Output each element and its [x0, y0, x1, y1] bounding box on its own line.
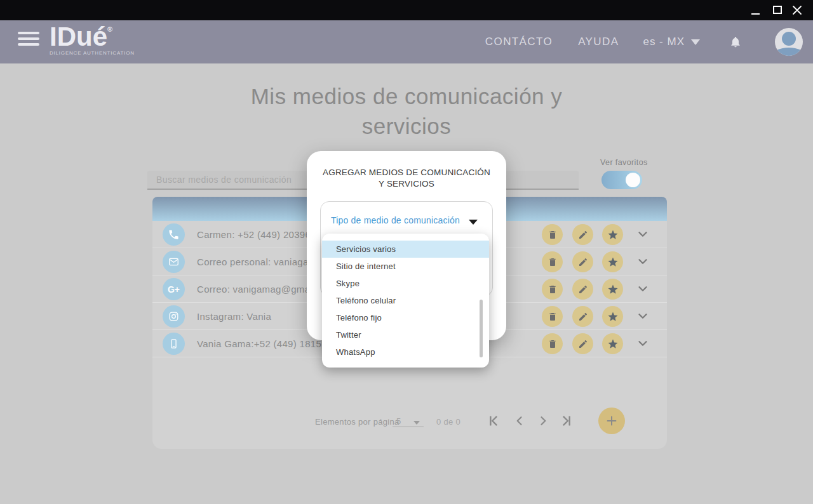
next-page-button[interactable]	[535, 414, 551, 429]
media-type-dropdown: Servicios varios Sitio de internet Skype…	[322, 234, 489, 368]
page-size-select[interactable]: 5	[393, 413, 424, 427]
dropdown-caret-icon[interactable]	[469, 220, 478, 225]
dropdown-option[interactable]: Skype	[322, 275, 489, 292]
google-plus-icon: G+	[163, 278, 185, 300]
last-page-button[interactable]	[560, 414, 575, 429]
dropdown-option[interactable]: Teléfono fijo	[322, 309, 489, 326]
edit-button[interactable]	[572, 251, 593, 272]
dropdown-option[interactable]: Twitter	[322, 326, 489, 343]
dropdown-option[interactable]: Teléfono celular	[322, 292, 489, 309]
row-label: Carmen: +52 (449) 2039641	[197, 221, 321, 248]
toggle-knob	[626, 173, 640, 187]
phone-icon	[163, 223, 185, 246]
os-titlebar	[0, 0, 813, 20]
dropdown-option[interactable]: Servicios varios	[322, 241, 489, 258]
chevron-down-icon	[691, 39, 700, 45]
media-type-field-label[interactable]: Tipo de medio de comunicación	[331, 215, 460, 225]
items-per-page-label: Elementos por página	[315, 417, 399, 427]
expand-chevron-icon[interactable]	[636, 282, 650, 296]
header-nav: CONTÁCTO AYUDA es - MX	[485, 20, 803, 63]
dropdown-option[interactable]: WhatsApp	[322, 343, 489, 361]
edit-button[interactable]	[572, 306, 593, 327]
edit-button[interactable]	[572, 333, 593, 354]
language-value: es - MX	[643, 36, 685, 48]
close-icon[interactable]	[791, 4, 803, 16]
favorite-star-button[interactable]	[602, 333, 623, 354]
hamburger-menu-icon[interactable]	[18, 32, 39, 47]
chevron-down-icon	[413, 421, 420, 425]
delete-button[interactable]	[542, 333, 563, 354]
maximize-icon[interactable]	[773, 6, 782, 14]
mobile-phone-icon	[163, 333, 185, 355]
expand-chevron-icon[interactable]	[636, 336, 650, 350]
user-avatar[interactable]	[775, 28, 803, 56]
registered-mark: ®	[107, 25, 112, 33]
app-logo[interactable]: IDué® DILIGENCE AUTHENTICATION	[50, 22, 135, 56]
page-title: Mis medios de comunicación y servicios	[0, 81, 813, 141]
instagram-icon	[163, 305, 185, 328]
page-size-value: 5	[396, 416, 401, 426]
row-label: Instagram: Vania	[197, 303, 271, 330]
favorite-star-button[interactable]	[602, 279, 623, 300]
page-range-text: 0 de 0	[436, 417, 460, 427]
favorite-star-button[interactable]	[602, 251, 623, 272]
logo-tagline: DILIGENCE AUTHENTICATION	[50, 50, 135, 56]
edit-button[interactable]	[572, 279, 593, 300]
avatar-head	[782, 32, 796, 46]
favorites-toggle[interactable]	[601, 171, 642, 189]
favorite-star-button[interactable]	[602, 306, 623, 327]
language-selector[interactable]: es - MX	[643, 36, 700, 48]
nav-help-link[interactable]: AYUDA	[578, 36, 619, 48]
email-icon	[163, 251, 185, 273]
delete-button[interactable]	[542, 279, 563, 300]
minimize-icon[interactable]	[751, 13, 760, 15]
delete-button[interactable]	[542, 251, 563, 272]
add-media-fab-button[interactable]	[598, 408, 625, 434]
expand-chevron-icon[interactable]	[636, 309, 650, 323]
favorite-star-button[interactable]	[602, 224, 623, 245]
first-page-button[interactable]	[485, 414, 501, 429]
logo-text: IDué	[50, 22, 107, 51]
app-header: IDué® DILIGENCE AUTHENTICATION CONTÁCTO …	[0, 20, 813, 63]
expand-chevron-icon[interactable]	[636, 255, 650, 269]
modal-title: AGREGAR MEDIOS DE COMUNICACIÓN Y SERVICI…	[319, 167, 494, 189]
delete-button[interactable]	[542, 306, 563, 327]
delete-button[interactable]	[542, 224, 563, 245]
dropdown-option[interactable]: Sitio de internet	[322, 258, 489, 275]
previous-page-button[interactable]	[512, 414, 527, 429]
dropdown-scrollbar[interactable]	[480, 300, 483, 357]
nav-contact-link[interactable]: CONTÁCTO	[485, 36, 553, 48]
favorites-toggle-label: Ver favoritos	[600, 158, 648, 167]
avatar-shoulders	[775, 48, 803, 56]
edit-button[interactable]	[572, 224, 593, 245]
expand-chevron-icon[interactable]	[636, 227, 650, 241]
notifications-bell-icon[interactable]	[729, 34, 742, 50]
